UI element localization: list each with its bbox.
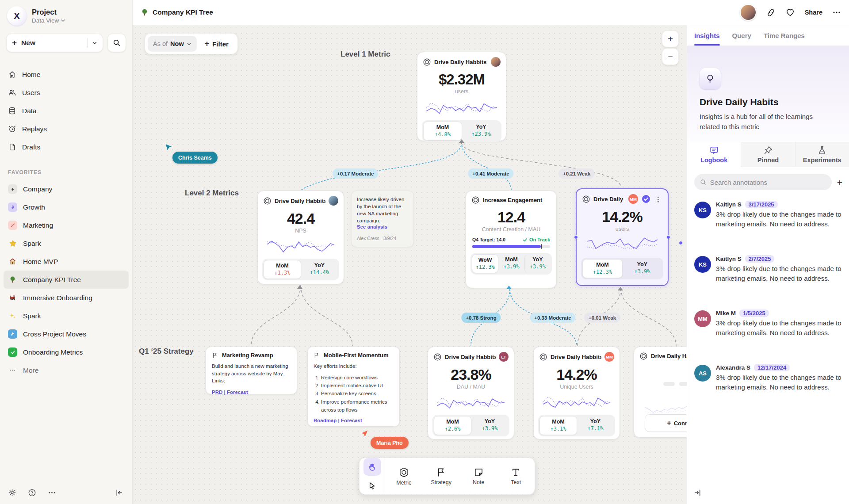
user-avatar[interactable] <box>740 4 757 21</box>
stat-mom[interactable]: MoM ↑4.8% <box>423 122 462 141</box>
card-menu-icon[interactable]: ⋮ <box>654 196 662 202</box>
sidebar-item-onboarding-metrics[interactable]: Onboarding Metrics <box>4 343 129 361</box>
annotation-item[interactable]: MM Mike M1/5/2025 3% drop likely due to … <box>694 309 842 338</box>
stat-mom[interactable]: MoM ↑3.9% <box>498 254 524 273</box>
add-strategy-tool[interactable]: Strategy <box>423 467 460 485</box>
verified-badge-icon <box>641 194 651 204</box>
canvas-note[interactable]: Increase likely driven by the launch of … <box>351 191 414 247</box>
see-analysis-link[interactable]: See analysis <box>357 224 408 229</box>
add-annotation-button[interactable]: + <box>837 178 842 187</box>
stat-yoy[interactable]: YoY ↑3.9% <box>471 416 508 435</box>
as-of-dropdown[interactable]: As of Now <box>148 36 197 52</box>
tab-query[interactable]: Query <box>732 25 751 46</box>
sidebar-item-growth[interactable]: Growth <box>4 198 129 216</box>
stat-yoy[interactable]: YoY ↑14.4% <box>301 260 338 279</box>
annotation-search-input[interactable] <box>710 179 826 186</box>
tab-time-ranges[interactable]: Time Ranges <box>764 25 805 46</box>
resize-handle-right[interactable] <box>666 235 670 239</box>
add-metric-tool[interactable]: Metric <box>385 467 423 486</box>
collapse-arrow[interactable] <box>459 139 464 143</box>
strategy-links[interactable]: PRD | Forecast <box>212 389 291 395</box>
collapse-arrow[interactable] <box>506 286 512 289</box>
search-icon <box>113 39 121 47</box>
project-switcher[interactable]: X Project Data View <box>0 0 132 30</box>
annotation-search[interactable] <box>694 174 832 190</box>
connect-button[interactable]: + Connect <box>645 414 687 432</box>
metric-card-engagement[interactable]: Increase Engagement 12.4 Content Creatio… <box>466 191 557 288</box>
sidebar-item-label: Home <box>22 71 40 79</box>
collapse-panel-icon[interactable] <box>693 489 702 497</box>
connector-dot[interactable] <box>679 241 683 245</box>
strategy-card-mobile-first[interactable]: Mobile-First Momentum Key efforts includ… <box>307 347 400 427</box>
strategy-card-marketing-revamp[interactable]: Marketing Revamp Build and launch a new … <box>206 347 297 394</box>
copy-link-icon[interactable] <box>766 8 776 17</box>
annotation-item[interactable]: AS Alexandra S12/17/2024 3% drop likely … <box>694 363 842 392</box>
new-button[interactable]: + New <box>6 34 103 52</box>
sidebar-item-spark-2[interactable]: Spark <box>4 307 129 325</box>
annotation-text: 3% drop likely due to the changes made t… <box>716 210 842 229</box>
metric-card-selected[interactable]: Drive Daily Habb.. MM ⋮ 14.2% users MoM … <box>576 188 669 286</box>
sidebar-item-cross-project-moves[interactable]: Cross Project Moves <box>4 325 129 343</box>
favorite-heart-icon[interactable] <box>785 8 795 17</box>
settings-gear-icon[interactable] <box>8 489 16 497</box>
metric-card-dau[interactable]: Drive Daily Habbits LT 23.8% DAU / MAU M… <box>428 347 514 439</box>
stat-yoy[interactable]: YoY ↑23.9% <box>462 122 500 141</box>
resize-handle-left[interactable] <box>574 235 578 239</box>
sidebar-item-immersive-onboarding[interactable]: Immersive Onboarding <box>4 289 129 307</box>
strategy-links[interactable]: Roadmap | Forecast <box>314 418 394 423</box>
sidebar-item-more[interactable]: More <box>4 361 129 379</box>
chevron-down-icon[interactable] <box>92 40 97 46</box>
zoom-out-button[interactable]: − <box>662 48 679 65</box>
sidebar-item-drafts[interactable]: Drafts <box>4 138 129 156</box>
stat-mom[interactable]: MoM ↑2.6% <box>434 416 471 435</box>
select-tool-button[interactable] <box>363 477 381 494</box>
collapse-arrow[interactable] <box>297 285 302 289</box>
annotation-item[interactable]: KS Kaitlyn S2/7/2025 3% drop likely due … <box>694 255 842 283</box>
insight-subtabs: Logbook Pinned Experiments <box>687 142 849 167</box>
target-progress-bar <box>472 245 550 248</box>
stat-mom[interactable]: MoM ↓1.3% <box>264 260 301 279</box>
collapse-sidebar-icon[interactable] <box>115 489 123 497</box>
sidebar-item-users[interactable]: Users <box>4 84 129 102</box>
add-note-tool[interactable]: Note <box>460 467 497 485</box>
sidebar-item-data[interactable]: Data <box>4 102 129 120</box>
sidebar-item-company-kpi-tree[interactable]: Company KPI Tree <box>4 271 129 289</box>
project-view-selector[interactable]: Data View <box>32 17 65 24</box>
sidebar-item-company[interactable]: Company <box>4 180 129 198</box>
more-options-icon[interactable] <box>48 489 56 497</box>
tab-insights[interactable]: Insights <box>694 25 720 46</box>
sidebar-item-home-mvp[interactable]: Home MVP <box>4 252 129 271</box>
metric-card-unconnected[interactable]: Drive Daily Hab + Connect <box>634 347 687 438</box>
filter-button[interactable]: + Filter <box>199 36 235 52</box>
sidebar-item-home[interactable]: Home <box>4 65 129 84</box>
zoom-in-button[interactable]: + <box>662 31 679 47</box>
annotation-text: 3% drop likely due to the changes made t… <box>716 373 842 392</box>
sidebar-item-spark[interactable]: Spark <box>4 234 129 252</box>
sidebar-item-replays[interactable]: Replays <box>4 120 129 138</box>
stat-mom[interactable]: MoM ↑12.3% <box>582 259 623 278</box>
stat-yoy[interactable]: YoY ↑3.9% <box>524 254 551 273</box>
help-icon[interactable] <box>28 489 36 497</box>
stat-mom[interactable]: MoM ↑3.1% <box>539 416 577 435</box>
metric-card-nps[interactable]: Drive Daily Habbits 42.4 NPS MoM ↓1.3% Y… <box>257 191 344 284</box>
subtab-logbook[interactable]: Logbook <box>687 142 741 167</box>
add-text-tool[interactable]: Text <box>497 467 535 485</box>
collapse-arrow[interactable] <box>618 287 623 290</box>
annotation-item[interactable]: KS Kaitlyn S3/17/2025 3% drop likely due… <box>694 200 842 229</box>
kpi-tree-canvas[interactable]: As of Now + Filter + − Level 1 Metric Le… <box>133 25 687 504</box>
sidebar-item-marketing[interactable]: Marketing <box>4 216 129 234</box>
metric-card-unique-users[interactable]: Drive Daily Habbits MM 14.2% Unique User… <box>533 347 620 439</box>
edge-weight-label: +0.78 Strong <box>461 313 501 323</box>
tool-label: Metric <box>396 480 411 486</box>
subtab-pinned[interactable]: Pinned <box>741 142 795 167</box>
search-button[interactable] <box>107 34 126 52</box>
more-options-icon[interactable] <box>832 8 841 17</box>
share-button[interactable]: Share <box>805 9 822 16</box>
metric-card-level1[interactable]: Drive Daily Habbits $2.32M users MoM ↑4.… <box>417 52 506 141</box>
stat-yoy[interactable]: YoY ↑3.9% <box>623 259 662 278</box>
tool-label: Text <box>511 479 521 485</box>
hand-tool-button[interactable] <box>363 458 381 476</box>
stat-wow[interactable]: WoW ↑12.3% <box>472 254 498 273</box>
stat-yoy[interactable]: YoY ↑7.1% <box>577 416 614 435</box>
subtab-experiments[interactable]: Experiments <box>795 142 849 167</box>
